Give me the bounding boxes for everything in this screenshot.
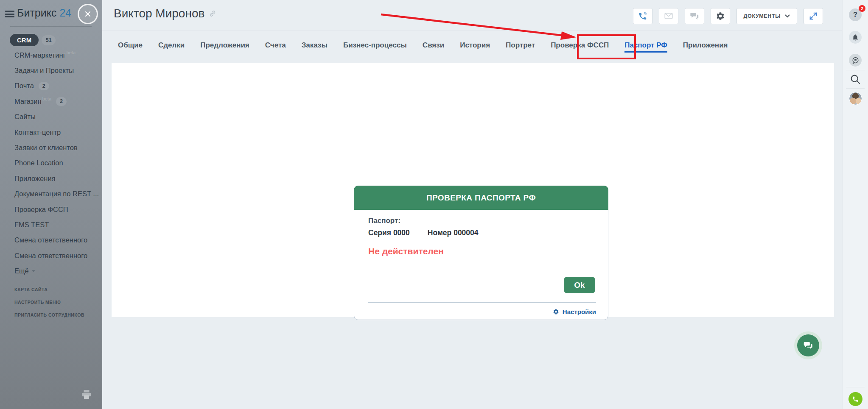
sidebar-item-change-responsible-1[interactable]: Смена ответственного <box>14 233 100 248</box>
logo-brand: Битрикс <box>17 7 56 19</box>
bell-icon <box>851 33 859 41</box>
sidebar-item-client-requests[interactable]: Заявки от клиентов <box>14 140 100 155</box>
bitrix24-crm-page: Битрикс 24 CRM 51 CRM-маркетингbeta Зада… <box>0 0 868 409</box>
notifications-button[interactable] <box>849 31 862 44</box>
avatar[interactable] <box>849 92 862 105</box>
sidebar-divider <box>10 26 92 27</box>
expand-button[interactable] <box>804 8 823 24</box>
gear-icon <box>553 309 559 315</box>
crm-pill[interactable]: CRM <box>10 34 39 46</box>
tab-passport-rf[interactable]: Паспорт РФ <box>624 41 667 53</box>
sidebar-item-more[interactable]: Ещё <box>14 263 100 278</box>
right-rail: ? 2 <box>842 0 868 409</box>
sidebar-menu: CRM-маркетингbeta Задачи и Проекты Почта… <box>14 47 100 279</box>
chat-button[interactable] <box>685 8 704 24</box>
email-button[interactable] <box>659 8 678 24</box>
settings-label: Настройки <box>563 308 596 315</box>
passport-status: Не действителен <box>368 246 444 256</box>
chevron-down-icon <box>32 270 35 272</box>
printer-icon[interactable] <box>81 389 92 400</box>
sidebar-item-contact-center[interactable]: Контакт-центр <box>14 125 100 140</box>
beta-tag: beta <box>42 94 51 101</box>
sidebar-item-apps[interactable]: Приложения <box>14 171 100 186</box>
shop-count-badge: 2 <box>56 97 67 106</box>
configure-menu-link[interactable]: НАСТРОИТЬ МЕНЮ <box>14 296 84 309</box>
contact-tabs: Общие Сделки Предложения Счета Заказы Би… <box>118 31 728 63</box>
chat-bubbles-icon <box>690 11 699 21</box>
phone-icon <box>852 395 859 403</box>
passport-check-card: ПРОВЕРКА ПАСПОРТА РФ Паспорт: Серия 0000… <box>354 186 608 320</box>
sidebar-item-change-responsible-2[interactable]: Смена ответственного <box>14 248 100 263</box>
content-panel: ПРОВЕРКА ПАСПОРТА РФ Паспорт: Серия 0000… <box>112 63 834 317</box>
beta-tag: beta <box>67 47 76 55</box>
chevron-down-icon <box>785 14 790 18</box>
tab-history[interactable]: История <box>460 41 490 53</box>
passport-series-row: Серия 0000 Номер 000004 <box>368 228 479 237</box>
passport-series: Серия 0000 <box>368 228 410 237</box>
sidebar-item-tasks[interactable]: Задачи и Проекты <box>14 63 100 78</box>
card-divider <box>368 302 596 303</box>
gear-icon <box>716 11 725 21</box>
sidebar-item-crm[interactable]: CRM 51 <box>10 34 56 46</box>
tab-general[interactable]: Общие <box>118 41 143 53</box>
link-icon[interactable] <box>209 10 216 17</box>
chat-lines-icon <box>851 56 860 64</box>
sidebar-item-rest-docs[interactable]: Документация по REST ... <box>14 186 100 202</box>
chat-bubbles-icon <box>803 340 814 351</box>
page-title: Виктор Миронов <box>114 7 216 20</box>
call-button[interactable] <box>633 8 652 24</box>
sidebar-item-shop[interactable]: Магазинbeta2 <box>14 94 100 109</box>
mail-count-badge: 2 <box>39 82 49 91</box>
rail-divider <box>846 88 865 89</box>
documents-dropdown[interactable]: ДОКУМЕНТЫ <box>736 8 797 24</box>
left-sidebar: Битрикс 24 CRM 51 CRM-маркетингbeta Зада… <box>0 0 102 409</box>
tab-quotes[interactable]: Предложения <box>200 41 249 53</box>
rail-divider <box>846 70 865 70</box>
chat-fab-circle <box>797 334 819 356</box>
sitemap-link[interactable]: КАРТА САЙТА <box>14 283 84 296</box>
tab-deals[interactable]: Сделки <box>158 41 185 53</box>
close-menu-button[interactable] <box>78 4 98 24</box>
tab-fssp-check[interactable]: Проверка ФССП <box>551 41 609 53</box>
expand-arrows-icon <box>809 11 818 21</box>
main-area: Виктор Миронов ДО <box>102 0 842 409</box>
sidebar-item-mail[interactable]: Почта2 <box>14 78 100 94</box>
passport-label: Паспорт: <box>368 217 400 225</box>
tab-applications[interactable]: Приложения <box>683 41 728 53</box>
close-icon <box>83 9 93 19</box>
telephony-button[interactable] <box>848 392 862 406</box>
tab-business-processes[interactable]: Бизнес-процессы <box>343 41 407 53</box>
sidebar-item-crm-marketing[interactable]: CRM-маркетингbeta <box>14 47 100 63</box>
question-icon: ? <box>853 11 857 19</box>
settings-link[interactable]: Настройки <box>553 308 596 315</box>
sidebar-item-fssp-check[interactable]: Проверка ФССП <box>14 202 100 217</box>
contact-toolbar: ДОКУМЕНТЫ <box>633 8 823 24</box>
envelope-icon <box>664 11 673 21</box>
tab-relations[interactable]: Связи <box>423 41 444 53</box>
help-notification-badge: 2 <box>859 5 865 12</box>
settings-button[interactable] <box>711 8 730 24</box>
messenger-button[interactable] <box>849 54 862 67</box>
sidebar-footer-links: КАРТА САЙТА НАСТРОИТЬ МЕНЮ ПРИГЛАСИТЬ СО… <box>14 283 84 321</box>
sidebar-item-sites[interactable]: Сайты <box>14 109 100 125</box>
tab-invoices[interactable]: Счета <box>265 41 286 53</box>
logo-number: 24 <box>59 7 71 19</box>
phone-icon <box>638 11 647 21</box>
tab-orders[interactable]: Заказы <box>302 41 328 53</box>
passport-number: Номер 000004 <box>428 228 479 237</box>
search-icon[interactable] <box>849 73 861 85</box>
tab-portrait[interactable]: Портрет <box>506 41 535 53</box>
ok-button[interactable]: Ok <box>564 277 595 293</box>
passport-card-title: ПРОВЕРКА ПАСПОРТА РФ <box>426 193 536 203</box>
rail-divider <box>846 387 865 387</box>
crm-count-badge: 51 <box>42 35 56 45</box>
contact-name: Виктор Миронов <box>114 7 204 20</box>
documents-label: ДОКУМЕНТЫ <box>744 13 781 19</box>
hamburger-menu-icon[interactable] <box>5 11 14 17</box>
passport-card-header: ПРОВЕРКА ПАСПОРТА РФ <box>354 186 608 210</box>
open-chat-fab[interactable] <box>794 331 822 359</box>
invite-employees-link[interactable]: ПРИГЛАСИТЬ СОТРУДНИКОВ <box>14 309 84 321</box>
sidebar-item-phone-location[interactable]: Phone Location <box>14 156 100 171</box>
sidebar-item-fms-test[interactable]: FMS TEST <box>14 217 100 232</box>
logo: Битрикс 24 <box>17 7 71 19</box>
